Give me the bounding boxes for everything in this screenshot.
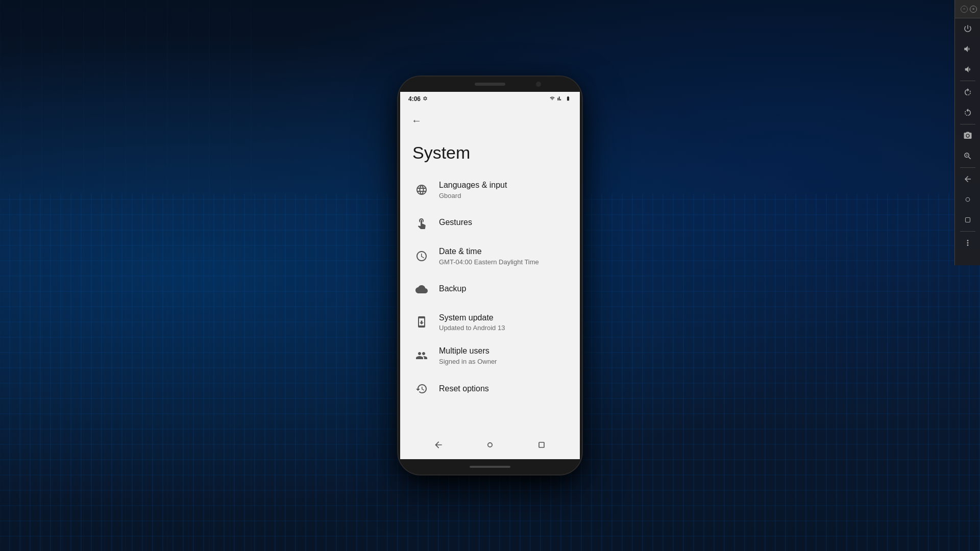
phone-screen: 4:06 [400, 92, 580, 459]
toolbar-header: − × [955, 0, 980, 18]
languages-subtitle: Gboard [439, 192, 568, 199]
home-nav-button[interactable] [958, 189, 978, 210]
reset-title: Reset options [439, 384, 568, 394]
backup-text: Backup [439, 284, 568, 294]
status-bar: 4:06 [400, 92, 580, 106]
system-update-subtitle: Updated to Android 13 [439, 324, 568, 332]
backup-title: Backup [439, 284, 568, 294]
wifi-icon [549, 96, 555, 102]
settings-indicator [423, 95, 428, 103]
settings-item-languages[interactable]: Languages & input Gboard [400, 173, 580, 207]
recent-nav-button[interactable] [958, 210, 978, 230]
reset-text: Reset options [439, 384, 568, 394]
zoom-in-button[interactable] [958, 146, 978, 166]
settings-item-multiple-users[interactable]: Multiple users Signed in as Owner [400, 339, 580, 372]
reset-icon [412, 380, 431, 398]
phone-wrapper: 4:06 [398, 77, 582, 474]
rotate-ccw-button[interactable] [958, 103, 978, 123]
nav-recent-button[interactable] [533, 437, 550, 453]
battery-icon [565, 96, 572, 102]
toolbar-divider-3 [960, 167, 975, 168]
language-icon [412, 181, 431, 199]
system-update-text: System update Updated to Android 13 [439, 313, 568, 332]
left-panel [0, 0, 265, 551]
top-nav-bar [400, 106, 580, 135]
datetime-text: Date & time GMT-04:00 Eastern Daylight T… [439, 246, 568, 266]
svg-point-2 [966, 135, 969, 137]
languages-text: Languages & input Gboard [439, 180, 568, 199]
nav-back-button[interactable] [430, 437, 447, 453]
time-display: 4:06 [408, 95, 421, 103]
volume-down-button[interactable] [958, 59, 978, 80]
datetime-title: Date & time [439, 246, 568, 257]
svg-point-3 [966, 197, 970, 202]
datetime-subtitle: GMT-04:00 Eastern Daylight Time [439, 258, 568, 266]
svg-point-0 [488, 443, 492, 447]
settings-item-backup[interactable]: Backup [400, 273, 580, 306]
back-button[interactable] [408, 112, 425, 129]
gestures-title: Gestures [439, 217, 568, 228]
phone-speaker [475, 83, 505, 86]
system-update-title: System update [439, 313, 568, 323]
minimize-button[interactable]: − [961, 6, 968, 13]
multiple-users-subtitle: Signed in as Owner [439, 358, 568, 365]
multiple-users-title: Multiple users [439, 346, 568, 357]
person-icon [412, 346, 431, 365]
rotate-cw-button[interactable] [958, 82, 978, 103]
home-indicator [470, 466, 510, 468]
languages-title: Languages & input [439, 180, 568, 191]
cloud-icon [412, 280, 431, 298]
settings-item-gestures[interactable]: Gestures [400, 207, 580, 239]
toolbar-divider-1 [960, 81, 975, 81]
settings-item-system-update[interactable]: System update Updated to Android 13 [400, 306, 580, 339]
svg-rect-4 [965, 218, 970, 222]
settings-item-datetime[interactable]: Date & time GMT-04:00 Eastern Daylight T… [400, 239, 580, 273]
toolbar-divider-2 [960, 124, 975, 124]
signal-icon [557, 96, 562, 102]
gestures-icon [412, 214, 431, 232]
phone-device: 4:06 [398, 77, 582, 474]
page-title: System [400, 135, 580, 173]
side-toolbar: − × [954, 0, 980, 265]
power-button[interactable] [958, 18, 978, 39]
phone-top-bar [398, 77, 582, 92]
clock-icon [412, 247, 431, 265]
settings-item-reset[interactable]: Reset options [400, 372, 580, 405]
more-options-button[interactable] [958, 233, 978, 253]
close-button[interactable]: × [970, 6, 977, 13]
back-nav-button[interactable] [958, 169, 978, 189]
svg-rect-1 [539, 442, 544, 447]
screenshot-button[interactable] [958, 126, 978, 146]
toolbar-divider-4 [960, 231, 975, 232]
status-icons [549, 96, 572, 102]
gestures-text: Gestures [439, 217, 568, 228]
nav-home-button[interactable] [482, 437, 498, 453]
status-time: 4:06 [408, 95, 428, 103]
phone-bottom-bar [398, 459, 582, 474]
volume-up-button[interactable] [958, 39, 978, 59]
phone-camera [536, 82, 541, 87]
screen-content[interactable]: System Languages & input Gboard [400, 135, 580, 459]
system-update-icon [412, 313, 431, 331]
phone-nav-bar [402, 431, 578, 459]
multiple-users-text: Multiple users Signed in as Owner [439, 346, 568, 365]
